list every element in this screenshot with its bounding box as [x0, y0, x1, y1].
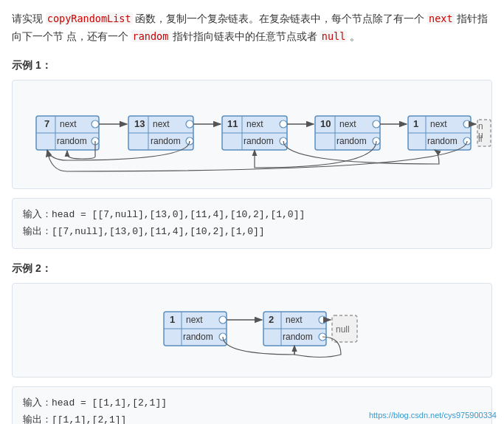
- code-copyRandomList: copyRandomList: [46, 13, 133, 24]
- svg-text:random: random: [57, 136, 87, 146]
- svg-text:random: random: [183, 332, 213, 342]
- null-node: n u ll: [477, 120, 491, 146]
- node-1: 1 next random: [408, 116, 471, 150]
- example2-output-value: [[1,1],[2,1]]: [52, 414, 126, 424]
- code-next: next: [427, 13, 455, 24]
- watermark: https://blog.csdn.net/cys975900334: [369, 411, 497, 420]
- input-label1: 输入：: [23, 209, 52, 220]
- svg-text:next: next: [60, 119, 77, 129]
- example2-title: 示例 2：: [12, 262, 492, 276]
- code-random: random: [131, 30, 170, 42]
- svg-text:next: next: [153, 119, 170, 129]
- diagram2-svg: 1 next random 2 next random null: [105, 297, 400, 363]
- node-13: 13 next random: [128, 116, 193, 150]
- node2-1: 1 next random: [164, 312, 227, 346]
- example1-title: 示例 1：: [12, 59, 492, 72]
- diagram2-container: 1 next random 2 next random null: [12, 283, 492, 377]
- page-container: 请实现 copyRandomList 函数，复制一个复杂链表。在复杂链表中，每个…: [0, 0, 504, 424]
- svg-text:next: next: [430, 119, 447, 129]
- svg-text:next: next: [286, 315, 303, 325]
- diagram1-svg: 7 next random 13 next random: [21, 94, 494, 175]
- svg-text:1: 1: [413, 118, 418, 129]
- svg-text:11: 11: [227, 118, 238, 129]
- svg-point-67: [319, 316, 326, 324]
- example2-input-line: 输入：head = [[1,1],[2,1]]: [23, 394, 481, 411]
- svg-text:next: next: [339, 119, 356, 129]
- svg-text:2: 2: [269, 314, 274, 325]
- svg-text:random: random: [283, 332, 313, 342]
- code-null: null: [320, 30, 348, 42]
- svg-point-59: [219, 316, 227, 324]
- svg-point-8: [92, 120, 99, 128]
- svg-text:10: 10: [320, 118, 331, 129]
- example1-code-block: 输入：head = [[7,null],[13,0],[11,4],[10,2]…: [12, 198, 492, 249]
- example1-input-value: head = [[7,null],[13,0],[11,4],[10,2],[1…: [52, 209, 305, 220]
- svg-point-24: [280, 120, 287, 128]
- example1-output-line: 输出：[[7,null],[13,0],[11,4],[10,2],[1,0]]: [23, 223, 481, 240]
- svg-point-16: [186, 120, 193, 128]
- example1-input-line: 输入：head = [[7,null],[13,0],[11,4],[10,2]…: [23, 206, 481, 223]
- node2-2: 2 next random: [263, 312, 326, 346]
- example1-output-value: [[7,null],[13,0],[11,4],[10,2],[1,0]]: [52, 226, 265, 237]
- output-label1: 输出：: [23, 226, 52, 237]
- svg-text:1: 1: [170, 314, 175, 325]
- svg-point-40: [463, 120, 471, 128]
- svg-text:random: random: [427, 136, 458, 146]
- null-node2: null: [332, 315, 357, 342]
- example2-input-value: head = [[1,1],[2,1]]: [52, 397, 167, 408]
- diagram1-container: 7 next random 13 next random: [12, 80, 492, 189]
- node-11: 11 next random: [222, 116, 287, 150]
- svg-text:next: next: [246, 119, 263, 129]
- svg-point-32: [373, 120, 380, 128]
- description-text: 请实现 copyRandomList 函数，复制一个复杂链表。在复杂链表中，每个…: [12, 10, 492, 46]
- node-7: 7 next random: [36, 116, 99, 150]
- svg-text:7: 7: [44, 118, 49, 129]
- svg-text:random: random: [336, 136, 367, 146]
- node-10: 10 next random: [315, 116, 380, 150]
- input-label2: 输入：: [23, 397, 52, 408]
- svg-text:null: null: [336, 324, 350, 335]
- svg-text:13: 13: [134, 118, 145, 129]
- output-label2: 输出：: [23, 414, 52, 424]
- svg-text:ll: ll: [478, 134, 482, 144]
- svg-text:random: random: [244, 136, 274, 146]
- svg-text:random: random: [151, 136, 181, 146]
- svg-text:next: next: [186, 315, 203, 325]
